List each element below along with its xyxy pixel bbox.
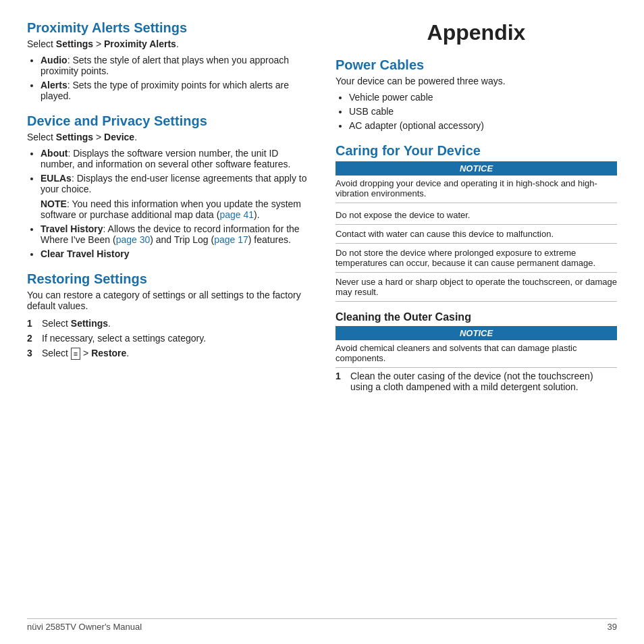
- cleaning-step-1-text: Clean the outer casing of the device (no…: [350, 371, 617, 392]
- restoring-steps: 1 Select Settings. 2 If necessary, selec…: [27, 318, 308, 360]
- eulas-desc: : Displays the end-user license agreemen…: [41, 173, 307, 194]
- restoring-section: Restoring Settings You can restore a cat…: [27, 271, 308, 360]
- cleaning-section: Cleaning the Outer Casing NOTICE Avoid c…: [336, 311, 617, 392]
- device-privacy-subtitle: Select Settings > Device.: [27, 132, 308, 142]
- care-row: Contact with water can cause this device…: [336, 225, 617, 244]
- right-column: Appendix Power Cables Your device can be…: [336, 20, 617, 404]
- step-2-text: If necessary, select a settings category…: [42, 333, 206, 344]
- cleaning-notice-text: Avoid chemical cleaners and solvents tha…: [336, 343, 617, 368]
- travel-history-desc3: ) features.: [248, 234, 291, 245]
- power-cables-title: Power Cables: [336, 57, 617, 73]
- left-column: Proximity Alerts Settings Select Setting…: [27, 20, 308, 404]
- dp-arrow: >: [93, 132, 104, 142]
- restoring-title: Restoring Settings: [27, 271, 308, 287]
- device-privacy-section: Device and Privacy Settings Select Setti…: [27, 113, 308, 259]
- list-item: Clear Travel History: [41, 248, 308, 259]
- eulas-term: EULAs: [41, 173, 72, 184]
- subtitle-pre: Select: [27, 38, 56, 49]
- notice-text: Avoid dropping your device and operating…: [336, 178, 617, 203]
- list-item: Vehicle power cable: [349, 92, 617, 103]
- dp-period: .: [134, 132, 137, 142]
- note-label: NOTE: [41, 198, 67, 209]
- step-2-num: 2: [27, 333, 38, 344]
- audio-desc: : Sets the style of alert that plays whe…: [41, 55, 289, 76]
- alerts-term: Alerts: [41, 80, 68, 90]
- about-term: About: [41, 148, 68, 159]
- cleaning-step-1: 1 Clean the outer casing of the device (…: [336, 371, 617, 392]
- about-desc: : Displays the software version number, …: [41, 148, 290, 169]
- footer-page: 39: [608, 622, 617, 632]
- page-17-link[interactable]: page 17: [214, 234, 248, 245]
- cleaning-step-1-num: 1: [336, 371, 346, 392]
- proximity-alerts-title: Proximity Alerts Settings: [27, 20, 308, 36]
- list-item: AC adapter (optional accessory): [349, 120, 617, 131]
- cleaning-steps: 1 Clean the outer casing of the device (…: [336, 371, 617, 392]
- subtitle-period: .: [176, 38, 179, 49]
- page-41-link[interactable]: page 41: [219, 209, 254, 220]
- step-3-num: 3: [27, 348, 38, 360]
- step-1-text: Select Settings.: [42, 318, 111, 329]
- caring-title: Caring for Your Device: [336, 143, 617, 159]
- eulas-content: EULAs: Displays the end-user license agr…: [41, 173, 307, 194]
- footer-manual: nüvi 2585TV Owner's Manual: [27, 622, 142, 632]
- clear-history-term: Clear Travel History: [41, 248, 130, 259]
- travel-history-desc2: ) and Trip Log (: [150, 234, 214, 245]
- dp-device: Device: [104, 132, 134, 142]
- care-row: Do not expose the device to water.: [336, 206, 617, 225]
- restoring-intro: You can restore a category of settings o…: [27, 290, 308, 311]
- power-cables-section: Power Cables Your device can be powered …: [336, 57, 617, 131]
- page-30-link[interactable]: page 30: [116, 234, 151, 245]
- menu-icon: ≡: [71, 348, 80, 360]
- step-1-num: 1: [27, 318, 38, 329]
- list-item: USB cable: [349, 106, 617, 117]
- note-text: : You need this information when you upd…: [41, 198, 301, 220]
- list-item: EULAs: Displays the end-user license agr…: [41, 173, 308, 220]
- dp-pre: Select: [27, 132, 56, 142]
- care-notice-block: NOTICE Avoid dropping your device and op…: [336, 161, 617, 302]
- proximity-alerts-subtitle: Select Settings > Proximity Alerts.: [27, 38, 308, 49]
- alerts-desc: : Sets the type of proximity points for …: [41, 80, 289, 101]
- appendix-title: Appendix: [336, 20, 617, 45]
- caring-section: Caring for Your Device NOTICE Avoid drop…: [336, 143, 617, 392]
- power-cables-intro: Your device can be powered three ways.: [336, 76, 617, 86]
- cleaning-title: Cleaning the Outer Casing: [336, 311, 617, 323]
- care-row: Do not store the device where prolonged …: [336, 244, 617, 273]
- power-cables-list: Vehicle power cable USB cable AC adapter…: [349, 92, 617, 131]
- care-row: Never use a hard or sharp object to oper…: [336, 273, 617, 302]
- step-3-text: Select ≡ > Restore.: [42, 348, 129, 360]
- audio-term: Audio: [41, 55, 68, 65]
- step3-restore: Restore: [91, 348, 126, 358]
- list-item: Audio: Sets the style of alert that play…: [41, 55, 308, 76]
- dp-settings: Settings: [56, 132, 93, 142]
- step-1: 1 Select Settings.: [27, 318, 308, 329]
- list-item: About: Displays the software version num…: [41, 148, 308, 169]
- device-privacy-title: Device and Privacy Settings: [27, 113, 308, 129]
- notice-bar: NOTICE: [336, 161, 617, 176]
- note-end: ).: [254, 209, 260, 220]
- proximity-alerts-list: Audio: Sets the style of alert that play…: [41, 55, 308, 101]
- step-3: 3 Select ≡ > Restore.: [27, 348, 308, 360]
- device-privacy-list: About: Displays the software version num…: [41, 148, 308, 259]
- step-2: 2 If necessary, select a settings catego…: [27, 333, 308, 344]
- subtitle-settings: Settings: [56, 38, 93, 49]
- page-footer: nüvi 2585TV Owner's Manual 39: [27, 618, 617, 632]
- cleaning-notice-bar: NOTICE: [336, 326, 617, 340]
- list-item: Travel History: Allows the device to rec…: [41, 223, 308, 245]
- travel-history-term: Travel History: [41, 223, 103, 234]
- step1-settings: Settings: [71, 318, 108, 329]
- proximity-alerts-section: Proximity Alerts Settings Select Setting…: [27, 20, 308, 101]
- page: Proximity Alerts Settings Select Setting…: [0, 0, 644, 644]
- note-block: NOTE: You need this information when you…: [41, 198, 308, 220]
- subtitle-arrow: >: [93, 38, 104, 49]
- list-item: Alerts: Sets the type of proximity point…: [41, 80, 308, 101]
- subtitle-proximity: Proximity Alerts: [104, 38, 176, 49]
